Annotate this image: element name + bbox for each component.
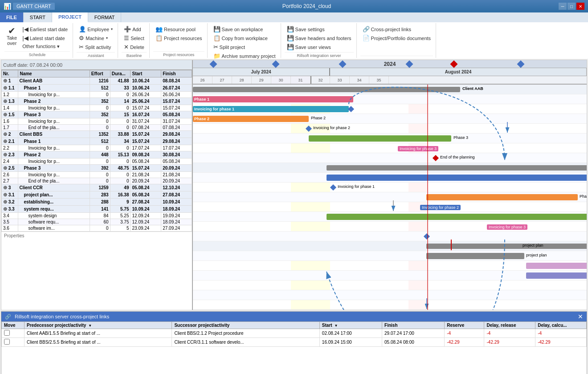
ribbon-content: ✔ Takeover |◀ Earliest start date |◀ Lat… [0, 22, 588, 59]
gantt-area: Cutoff date: 07.08.24 00:00 Nr. Name Eff… [1, 60, 587, 310]
save-settings-button[interactable]: 💾 Save settings [285, 25, 354, 33]
move-checkbox[interactable] [4, 330, 10, 336]
cell-predecessor: Client AAB/1.5.5 Briefing at start of ..… [24, 329, 172, 338]
cell-start: 09.08.24 [131, 151, 161, 159]
gantt-row-2-3: Phase [193, 192, 587, 202]
gantt-row-1-2: Invoicing for phase 1 [193, 104, 587, 114]
cell-effort: 1216 [90, 77, 110, 85]
app-tab[interactable]: GANTT CHART [13, 3, 55, 10]
proj-plan-label-ccr: project plan [526, 253, 547, 257]
save-workplace-button[interactable]: 💾 Save on workplace [211, 25, 278, 33]
col-successor[interactable]: Successor project/activity [172, 322, 319, 329]
close-button[interactable]: ✕ [576, 3, 584, 10]
project-resources-button[interactable]: 📋 Project resources [153, 34, 204, 42]
add-button[interactable]: ➕ Add [122, 25, 147, 33]
gantt-row-1-5: Phase 3 [193, 134, 587, 143]
cell-delay-release: -4 [484, 329, 535, 338]
select-button[interactable]: ☰ Select [122, 34, 147, 42]
cell-name: Client CCR [18, 184, 90, 191]
cell-finish: 18.09.24 [161, 206, 192, 213]
cell-dura: 15.13 [110, 151, 131, 159]
day-34: 34 [350, 76, 369, 84]
minimize-button[interactable]: ─ [559, 3, 567, 10]
move-checkbox[interactable] [4, 339, 10, 345]
gantt-row-1-7: End of the planning [193, 153, 587, 163]
milestone-2-2 [330, 184, 336, 191]
cell-start: 16.07.24 [131, 111, 161, 118]
ribbon-group-project-settings: 💾 Save on workplace 📋 Copy from workplac… [208, 23, 281, 58]
task-row: 1.2 Invoicing for p... 0 0 26.06.24 26.0… [2, 92, 192, 98]
save-user-views-button[interactable]: 💾 Save user views [285, 43, 354, 51]
cell-delay-calc: -42.29 [535, 338, 587, 347]
gantt-header: 2024 July 2024 August 2024 26 27 28 29 [193, 60, 587, 85]
col-start[interactable]: Start ▼ [319, 322, 382, 329]
task-row: ⊕ 2 Client BBS 1352 33.88 15.07.24 29.08… [2, 131, 192, 138]
col-delay-calc[interactable]: Delay, calcu... [535, 322, 587, 329]
cell-start: 10.06.24 [131, 85, 161, 92]
col-predecessor[interactable]: Predecessor project/activity ▼ [24, 322, 172, 329]
cell-nr: ⊕ 2.3 [2, 151, 18, 159]
other-functions-button[interactable]: Other functions ▾ [20, 43, 70, 50]
month-august: August 2024 [330, 68, 587, 76]
cell-start: 25.06.24 [131, 98, 161, 105]
cell-effort: 1259 [90, 184, 110, 191]
bar-phase1-bbs [327, 175, 587, 181]
gantt-row-3-3 [193, 271, 587, 280]
project-plan-ccr: project plan [523, 243, 543, 248]
cross-project-links-button[interactable]: 🔗 Cross-project links [360, 25, 433, 33]
portfolio-documents-button[interactable]: 📄 Project/Portfolio documents [360, 34, 433, 42]
delete-button[interactable]: ✕ Delete [122, 43, 147, 51]
col-header-name: Name [18, 70, 90, 77]
cell-start: 20.09.24 [131, 178, 161, 184]
task-table: Nr. Name Effort Dura... Start Finish ⊕ 1… [1, 70, 192, 232]
tab-format[interactable]: FORMAT [88, 12, 122, 22]
task-row: ⊕ 3.1 project plan... 283 16.38 05.08.24… [2, 191, 192, 199]
cell-effort: 0 [90, 145, 110, 151]
bar-phase3-bbs [327, 214, 587, 220]
cell-finish: 29.07.24 17:00 [382, 329, 445, 338]
earliest-start-button[interactable]: |◀ Earliest start date [20, 25, 70, 33]
maximize-button[interactable]: □ [568, 3, 576, 10]
machine-button[interactable]: ⚙ Machine▾ [77, 34, 115, 42]
cell-finish: 15.07.24 [161, 98, 192, 105]
cell-finish: 17.07.24 [161, 145, 192, 151]
bottom-panel-close-button[interactable]: ✕ [578, 313, 583, 320]
ribbon-group-baseline: ➕ Add ☰ Select ✕ Delete Baseline [119, 23, 150, 58]
col-reserve[interactable]: Reserve [445, 322, 484, 329]
cell-effort: 1352 [90, 131, 110, 138]
cell-dura: 5.75 [110, 206, 131, 213]
archive-project-button[interactable]: 📁 Archive summary project [211, 52, 278, 60]
employee-button[interactable]: 👤 Employee▾ [77, 25, 115, 33]
col-finish[interactable]: Finish [382, 322, 445, 329]
bar-phase2-bbs [426, 194, 578, 200]
cell-start: 07.08.24 [131, 125, 161, 131]
cell-start: 26.06.24 [131, 92, 161, 98]
save-headers-button[interactable]: 💾 Save headers and footers [285, 34, 354, 42]
cell-dura: 9 [110, 199, 131, 206]
cell-effort: 288 [90, 199, 110, 206]
split-project-button[interactable]: ✂ Split project [211, 43, 278, 51]
split-activity-button[interactable]: ✂ Split activity [77, 43, 115, 51]
ribbon-group-cross-links: 🔗 Cross-project links 📄 Project/Portfoli… [358, 23, 437, 58]
cell-effort: 512 [90, 138, 110, 145]
gantt-row-3-4 [193, 280, 587, 290]
cell-effort: 0 [90, 172, 110, 178]
cell-nr: 2.7 [2, 178, 18, 184]
latest-start-button[interactable]: |◀ Latest start date [20, 34, 70, 42]
inv-ph3-bbs-bar: Invoicing for phase 3 [487, 224, 527, 230]
col-move: Move [2, 322, 24, 329]
task-row: 2.2 Invoicing for p... 0 0 17.07.24 17.0… [2, 145, 192, 151]
cell-dura: 0 [110, 159, 131, 165]
copy-workplace-button[interactable]: 📋 Copy from workplace [211, 34, 278, 42]
resource-pool-button[interactable]: 👥 Resource pool [153, 25, 204, 33]
take-over-button[interactable]: ✔ Takeover [4, 25, 19, 47]
tab-file[interactable]: FILE [0, 12, 24, 22]
col-delay-release[interactable]: Delay, release [484, 322, 535, 329]
tab-project[interactable]: PROJECT [52, 12, 88, 22]
tab-start[interactable]: START [24, 12, 52, 22]
cell-name: Invoicing for p... [18, 159, 90, 165]
gantt-body: Client AAB Phase 1 Invoicing for phase 1… [193, 85, 587, 310]
day-33: 33 [330, 76, 350, 84]
app-icon: 📊 GANTT CHART [4, 3, 55, 10]
cutoff-line [427, 85, 428, 310]
